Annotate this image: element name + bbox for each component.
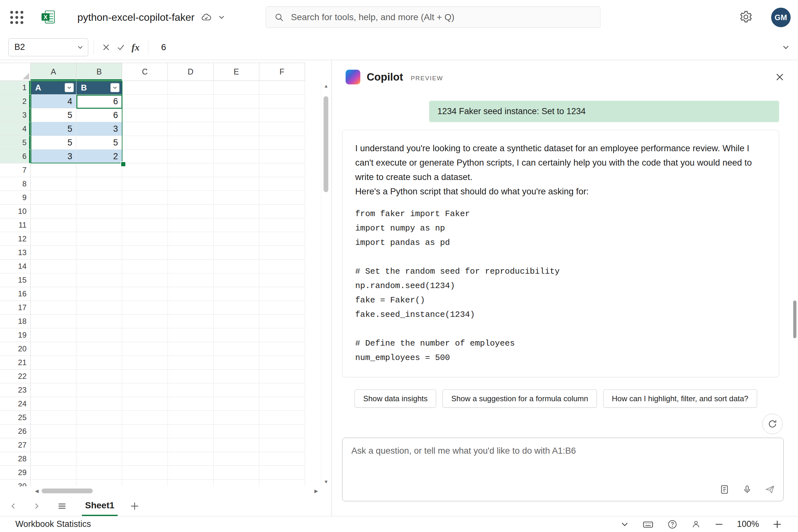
- row-header-11[interactable]: 11: [0, 218, 31, 232]
- cell-C12[interactable]: [122, 232, 168, 246]
- cell-D4[interactable]: [168, 122, 213, 136]
- cell-B15[interactable]: [76, 273, 122, 287]
- cell-E19[interactable]: [213, 328, 259, 342]
- cell-E9[interactable]: [213, 191, 259, 205]
- cell-E5[interactable]: [213, 136, 259, 150]
- workbook-statistics-button[interactable]: Workbook Statistics: [15, 519, 91, 529]
- zoom-level[interactable]: 100%: [737, 519, 759, 529]
- cell-A10[interactable]: [31, 205, 76, 218]
- confirm-entry-icon[interactable]: [114, 40, 128, 55]
- cell-E15[interactable]: [213, 273, 259, 287]
- row-header-28[interactable]: 28: [0, 452, 31, 466]
- cell-B9[interactable]: [76, 191, 122, 205]
- cell-F10[interactable]: [259, 205, 305, 218]
- cell-C18[interactable]: [122, 315, 168, 328]
- cell-A16[interactable]: [31, 287, 76, 301]
- cell-C23[interactable]: [122, 383, 168, 397]
- cell-E7[interactable]: [213, 164, 259, 177]
- send-icon[interactable]: [765, 484, 775, 495]
- cell-B16[interactable]: [76, 287, 122, 301]
- column-header-B[interactable]: B: [76, 63, 122, 81]
- cell-A2[interactable]: 4: [31, 95, 76, 108]
- cell-E18[interactable]: [213, 315, 259, 328]
- cell-A9[interactable]: [31, 191, 76, 205]
- column-header-F[interactable]: F: [259, 63, 305, 81]
- sheet-tab[interactable]: Sheet1: [82, 496, 118, 516]
- horizontal-scrollbar[interactable]: ◀ ▶: [32, 486, 321, 496]
- cell-D16[interactable]: [168, 287, 213, 301]
- cell-E22[interactable]: [213, 369, 259, 383]
- row-header-14[interactable]: 14: [0, 260, 31, 273]
- cell-F23[interactable]: [259, 383, 305, 397]
- cell-C1[interactable]: [122, 81, 168, 95]
- cell-F29[interactable]: [259, 466, 305, 479]
- cell-F24[interactable]: [259, 397, 305, 411]
- cell-C3[interactable]: [122, 108, 168, 122]
- cell-C17[interactable]: [122, 301, 168, 315]
- row-header-3[interactable]: 3: [0, 108, 31, 122]
- sheet-list-menu-icon[interactable]: [57, 501, 67, 511]
- keyboard-icon[interactable]: [642, 518, 654, 530]
- cell-E30[interactable]: [213, 479, 259, 486]
- cell-D15[interactable]: [168, 273, 213, 287]
- account-avatar[interactable]: GM: [771, 8, 791, 27]
- close-icon[interactable]: [775, 72, 784, 82]
- cell-C14[interactable]: [122, 260, 168, 273]
- cell-B30[interactable]: [76, 479, 122, 486]
- row-header-13[interactable]: 13: [0, 246, 31, 260]
- cell-A24[interactable]: [31, 397, 76, 411]
- suggestion-chip-data-insights[interactable]: Show data insights: [355, 390, 436, 407]
- cell-F25[interactable]: [259, 411, 305, 424]
- row-header-27[interactable]: 27: [0, 438, 31, 452]
- cell-E2[interactable]: [213, 95, 259, 108]
- row-header-20[interactable]: 20: [0, 342, 31, 356]
- cell-B19[interactable]: [76, 328, 122, 342]
- cell-D22[interactable]: [168, 369, 213, 383]
- cell-F11[interactable]: [259, 218, 305, 232]
- cell-C9[interactable]: [122, 191, 168, 205]
- cell-E3[interactable]: [213, 108, 259, 122]
- cell-F18[interactable]: [259, 315, 305, 328]
- cell-D2[interactable]: [168, 95, 213, 108]
- formula-bar-expand-chevron-icon[interactable]: [782, 43, 790, 51]
- cell-B24[interactable]: [76, 397, 122, 411]
- row-header-25[interactable]: 25: [0, 411, 31, 424]
- row-header-10[interactable]: 10: [0, 205, 31, 218]
- excel-logo-icon[interactable]: X: [41, 10, 56, 24]
- row-header-21[interactable]: 21: [0, 356, 31, 369]
- cell-F30[interactable]: [259, 479, 305, 486]
- filter-dropdown-icon[interactable]: [64, 83, 74, 92]
- cell-D6[interactable]: [168, 150, 213, 164]
- row-header-2[interactable]: 2: [0, 95, 31, 108]
- suggestion-chip-formula-column[interactable]: Show a suggestion for a formula column: [442, 390, 596, 407]
- cell-F8[interactable]: [259, 177, 305, 191]
- cell-F4[interactable]: [259, 122, 305, 136]
- cell-B27[interactable]: [76, 438, 122, 452]
- cell-C27[interactable]: [122, 438, 168, 452]
- row-header-29[interactable]: 29: [0, 466, 31, 479]
- row-header-18[interactable]: 18: [0, 315, 31, 328]
- cell-A7[interactable]: [31, 164, 76, 177]
- cell-B28[interactable]: [76, 452, 122, 466]
- cell-F1[interactable]: [259, 81, 305, 95]
- cell-E27[interactable]: [213, 438, 259, 452]
- copilot-chat-input[interactable]: [342, 438, 784, 501]
- cell-E17[interactable]: [213, 301, 259, 315]
- row-header-22[interactable]: 22: [0, 369, 31, 383]
- app-launcher-icon[interactable]: [10, 11, 23, 24]
- cell-E29[interactable]: [213, 466, 259, 479]
- cell-D19[interactable]: [168, 328, 213, 342]
- cell-C4[interactable]: [122, 122, 168, 136]
- cell-A25[interactable]: [31, 411, 76, 424]
- suggestion-chip-highlight-filter-sort[interactable]: How can I highlight, filter, and sort da…: [603, 390, 757, 407]
- cell-C5[interactable]: [122, 136, 168, 150]
- cell-A11[interactable]: [31, 218, 76, 232]
- cell-A5[interactable]: 5: [31, 136, 76, 150]
- row-header-17[interactable]: 17: [0, 301, 31, 315]
- cell-F27[interactable]: [259, 438, 305, 452]
- cell-A13[interactable]: [31, 246, 76, 260]
- cell-D25[interactable]: [168, 411, 213, 424]
- chat-input-field[interactable]: [342, 438, 783, 479]
- cell-F22[interactable]: [259, 369, 305, 383]
- row-header-16[interactable]: 16: [0, 287, 31, 301]
